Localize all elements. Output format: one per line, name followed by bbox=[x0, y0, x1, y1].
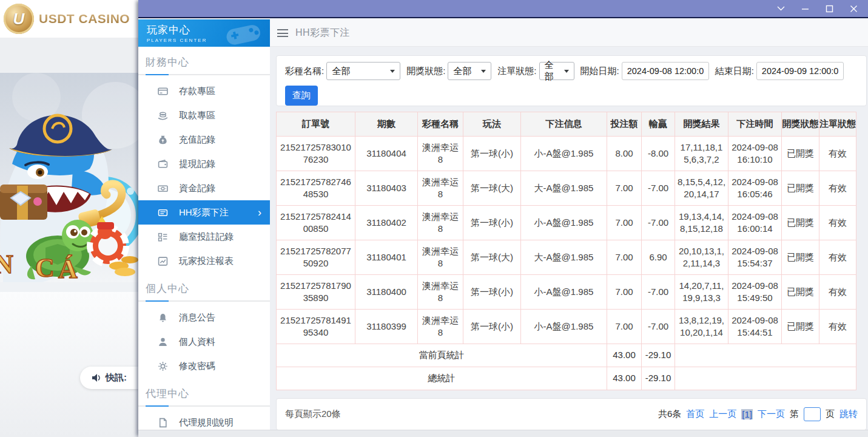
summary-label: 總統計 bbox=[277, 367, 607, 390]
chevron-down-icon bbox=[390, 70, 395, 73]
table-cell: 第一球(小) bbox=[463, 137, 521, 171]
table-cell: 有效 bbox=[819, 137, 856, 171]
chevron-down-icon bbox=[564, 70, 569, 73]
sidebar-item-bell[interactable]: 消息公告 bbox=[138, 305, 270, 330]
sidebar-item-document[interactable]: 代理規則說明 bbox=[138, 410, 270, 430]
table-cell: 7.00 bbox=[607, 240, 642, 275]
table-cell: 2024-09-08 16:00:14 bbox=[728, 206, 782, 240]
sidebar-item-label: 取款專區 bbox=[179, 110, 215, 121]
column-header: 彩種名稱 bbox=[418, 112, 463, 137]
table-cell: 有效 bbox=[819, 275, 856, 310]
prev-page-link[interactable]: 上一页 bbox=[709, 408, 736, 420]
sidebar-item-label: 玩家投注報表 bbox=[179, 256, 234, 267]
sidebar-item-label: 消息公告 bbox=[179, 312, 215, 324]
summary-empty bbox=[675, 344, 856, 367]
table-cell: 小-A盤@1.985 bbox=[521, 137, 607, 171]
sidebar-item-wallet[interactable]: 提現記錄 bbox=[138, 152, 270, 176]
query-button[interactable]: 查詢 bbox=[285, 86, 318, 106]
table-cell: 小-A盤@1.985 bbox=[521, 206, 607, 240]
order-status-select[interactable]: 全部 bbox=[539, 62, 574, 80]
window-maximize-button[interactable] bbox=[824, 4, 834, 13]
draw-status-select[interactable]: 全部 bbox=[448, 62, 491, 80]
start-date-input[interactable] bbox=[622, 62, 709, 80]
sidebar-item-moneybag[interactable]: 充值記錄 bbox=[138, 127, 270, 152]
table-cell: 2152172578207750920 bbox=[277, 240, 355, 275]
column-header: 下注時間 bbox=[728, 112, 782, 137]
end-date-input[interactable] bbox=[756, 62, 844, 80]
chevron-down-icon bbox=[481, 70, 486, 73]
column-header: 開獎狀態 bbox=[782, 112, 819, 137]
deposit-card-icon bbox=[158, 86, 168, 97]
sidebar-item-label: 修改密碼 bbox=[179, 361, 215, 372]
hero-cartoon-graphic: N C Á bbox=[0, 73, 138, 292]
table-cell: -7.00 bbox=[642, 171, 675, 206]
table-cell: 澳洲幸运8 bbox=[418, 240, 463, 275]
table-cell: 2024-09-08 15:49:50 bbox=[728, 275, 782, 310]
summary-winloss-total: -29.10 bbox=[642, 367, 675, 390]
table-cell: 第一球(小) bbox=[463, 275, 521, 310]
section-underline bbox=[138, 74, 270, 75]
sidebar-item-lottery-ticket[interactable]: HH彩票下注› bbox=[138, 200, 270, 225]
app-body: 玩家中心 PLAYERS CENTER 財務中心存款專區取款專區充值記錄提現記錄… bbox=[138, 19, 868, 437]
window-chevron-button[interactable] bbox=[776, 4, 786, 13]
table-cell: 20,10,13,1,2,11,14,3 bbox=[675, 240, 728, 275]
document-icon bbox=[158, 418, 168, 428]
sidebar-item-user[interactable]: 個人資料 bbox=[138, 330, 270, 354]
window-close-button[interactable] bbox=[849, 4, 858, 13]
table-cell: 第一球(大) bbox=[463, 171, 521, 206]
lottery-name-select[interactable]: 全部 bbox=[326, 62, 400, 80]
section-underline bbox=[138, 405, 270, 407]
table-cell: 31180402 bbox=[355, 206, 418, 240]
sidebar-item-funds[interactable]: 資金記錄 bbox=[138, 176, 270, 200]
menu-toggle-icon[interactable] bbox=[277, 29, 288, 37]
section-underline bbox=[138, 300, 270, 302]
withdraw-hand-icon bbox=[158, 110, 168, 121]
table-cell: 有效 bbox=[819, 240, 856, 275]
sidebar-section-title: 代理中心 bbox=[138, 378, 270, 405]
jump-page-input[interactable] bbox=[804, 407, 821, 421]
summary-bet-total: 43.00 bbox=[607, 367, 642, 390]
sidebar-item-label: 廳室投註記錄 bbox=[179, 231, 234, 243]
table-cell: 澳洲幸运8 bbox=[418, 206, 463, 240]
brand-logo-letter: U bbox=[13, 10, 25, 29]
gear-icon bbox=[158, 361, 168, 371]
table-cell: 已開獎 bbox=[782, 310, 819, 344]
current-page-indicator[interactable]: [1] bbox=[741, 409, 753, 419]
table-cell: 2152172578179035890 bbox=[277, 275, 355, 310]
page-suffix-label: 页 bbox=[826, 408, 835, 420]
end-date-label: 結束日期: bbox=[715, 66, 754, 77]
start-date-label: 開始日期: bbox=[580, 66, 619, 77]
svg-text:Á: Á bbox=[58, 254, 78, 284]
next-page-link[interactable]: 下一页 bbox=[758, 408, 785, 420]
page-prefix-label: 第 bbox=[790, 408, 799, 420]
draw-status-value: 全部 bbox=[453, 66, 471, 77]
sidebar-item-label: 存款專區 bbox=[179, 86, 215, 97]
column-header: 下注信息 bbox=[521, 112, 607, 137]
table-cell: 7.00 bbox=[607, 275, 642, 310]
sidebar-item-deposit-card[interactable]: 存款專區 bbox=[138, 79, 270, 103]
table-cell: 2152172578149195340 bbox=[277, 310, 355, 344]
horizontal-scrollbar-track[interactable] bbox=[138, 430, 868, 437]
first-page-link[interactable]: 首页 bbox=[686, 408, 704, 420]
sidebar-item-withdraw-hand[interactable]: 取款專區 bbox=[138, 103, 270, 127]
table-row: 215217257820775092031180401澳洲幸运8第一球(大)大-… bbox=[277, 240, 856, 275]
column-header: 輸贏 bbox=[642, 112, 675, 137]
brand-logo: U USDT CASINO bbox=[0, 0, 138, 38]
wallet-icon bbox=[158, 159, 168, 169]
table-cell: 6.90 bbox=[642, 240, 675, 275]
sidebar-item-room-list[interactable]: 廳室投註記錄 bbox=[138, 225, 270, 249]
table-cell: 7.00 bbox=[607, 171, 642, 206]
column-header: 注單狀態 bbox=[819, 112, 856, 137]
summary-bet-total: 43.00 bbox=[607, 344, 642, 367]
table-cell: 2024-09-08 15:54:37 bbox=[728, 240, 782, 275]
sidebar-item-gear[interactable]: 修改密碼 bbox=[138, 354, 270, 378]
window-minimize-button[interactable] bbox=[800, 4, 810, 13]
svg-text:C: C bbox=[35, 253, 55, 283]
table-cell: 大-A盤@1.985 bbox=[521, 171, 607, 206]
jump-link[interactable]: 跳转 bbox=[839, 408, 858, 420]
table-cell: 14,20,7,11,19,9,13,3 bbox=[675, 275, 728, 310]
sidebar-item-report-chart[interactable]: 玩家投注報表 bbox=[138, 249, 270, 273]
news-ticker-button[interactable]: 快訊: bbox=[80, 367, 138, 389]
table-cell: 31180399 bbox=[355, 310, 418, 344]
table-cell: 已開獎 bbox=[782, 171, 819, 206]
